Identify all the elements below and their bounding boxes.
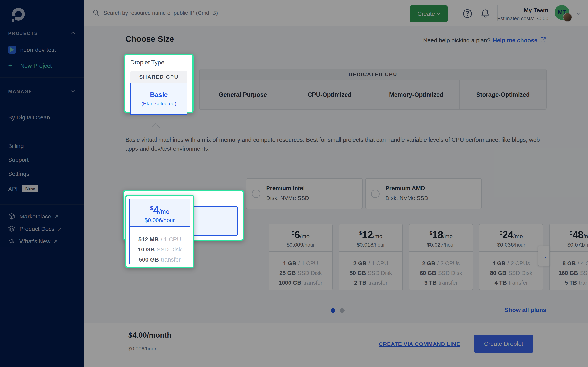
radio-unselected-icon[interactable] [252,190,260,198]
plan-specs: 4 GB/ 2 CPUs 80 GBSSD Disk 4 TBtransfer [479,252,543,288]
new-badge: New [22,185,38,192]
tab-basic-selected[interactable]: Basic (Plan selected) [130,83,187,115]
sidebar-divider [0,132,84,133]
sidebar-divider [0,77,84,78]
plan-description: Basic virtual machines with a mix of mem… [125,135,547,153]
digitalocean-choose-size-screen: PROJECTS neon-dev-test + New Project MAN… [0,0,588,367]
create-button-label: Create [417,10,435,17]
plan-card-18mo[interactable]: $18/mo $0.027/hour 2 GB/ 2 CPUs 60 GBSSD… [409,224,473,290]
sidebar-item-by-digitalocean[interactable]: By DigitalOcean [8,114,50,121]
tab-dedicated-cpu[interactable]: DEDICATED CPU [200,69,546,80]
tab-memory-optimized[interactable]: Memory-Optimized [373,80,460,109]
sidebar-item-billing[interactable]: Billing [8,143,24,149]
help-me-choose-link[interactable]: Help me choose [493,37,537,44]
manage-section-label: MANAGE [8,89,33,94]
plan-specs: 512 MB/ 1 CPU 10 GBSSD Disk 500 GBtransf… [130,227,190,264]
create-via-command-line-link[interactable]: CREATE VIA COMMAND LINE [379,341,460,347]
api-label: API [8,186,17,192]
plan-price-header: $12/mo $0.018/hour [339,224,403,252]
show-all-plans-link[interactable]: Show all plans [505,307,546,314]
page-title: Choose Size [125,34,174,44]
plan-specs: 2 GB/ 2 CPUs 60 GBSSD Disk 3 TBtransfer [409,252,473,288]
plan-price-header: $48/mo $0.071/hour [550,224,588,252]
external-link-icon [540,36,546,44]
notifications-bell-icon[interactable] [480,8,490,19]
carousel-pagination [330,308,345,313]
account-chevron-icon[interactable] [577,11,580,15]
plan-specs: 2 GB/ 1 CPU 50 GBSSD Disk 2 TBtransfer [339,252,403,288]
radio-unselected-icon[interactable] [371,190,380,198]
user-avatar[interactable] [563,13,572,22]
highlight-droplet-type: Droplet Type SHARED CPU Basic (Plan sele… [124,54,194,113]
plan-price-header: $6/mo $0.009/hour [269,224,332,252]
highlight-plan-4mo: $4/mo $0.006/hour 512 MB/ 1 CPU 10 GBSSD… [125,195,194,268]
basic-plan-label: Basic [150,91,168,99]
search-input[interactable] [104,10,317,16]
sidebar-item-project[interactable]: neon-dev-test [20,47,56,53]
dedicated-cpu-options: General Purpose CPU-Optimized Memory-Opt… [200,80,546,109]
project-icon [8,46,16,54]
plan-card-6mo[interactable]: $6/mo $0.009/hour 1 GB/ 1 CPU 25 GBSSD D… [268,224,333,290]
product-docs-label: Product Docs [19,226,54,232]
manage-expand-chevron-icon[interactable] [71,89,75,93]
plan-card-12mo[interactable]: $12/mo $0.018/hour 2 GB/ 1 CPU 50 GBSSD … [339,224,403,290]
selected-tab-caret [152,123,160,132]
cube-icon [8,213,15,221]
help-row: Need help picking a plan? Help me choose [423,36,546,44]
premium-intel-disk: Disk: NVMe SSD [266,195,309,201]
sidebar-item-product-docs[interactable]: Product Docs↗ [8,225,62,234]
search-icon [92,9,100,17]
top-header-bar: Create My Team Estimated costs: $0.00 MT [84,0,588,26]
premium-amd-disk: Disk: NVMe SSD [385,195,428,201]
create-droplet-button[interactable]: Create Droplet [474,335,533,353]
plan-price-header: $24/mo $0.036/hour [479,224,543,252]
pagination-dot-active[interactable] [330,308,335,313]
premium-intel-label: Premium Intel [266,185,305,192]
sidebar-item-new-project[interactable]: New Project [20,63,52,69]
tab-general-purpose[interactable]: General Purpose [200,80,286,109]
projects-section-label: PROJECTS [8,31,38,36]
carousel-next-button[interactable]: → [538,246,550,266]
digitalocean-logo-icon[interactable] [11,8,26,23]
help-icon[interactable] [462,8,473,19]
plan-card-4mo-selected[interactable]: $4/mo $0.006/hour 512 MB/ 1 CPU 10 GBSSD… [129,199,190,264]
sidebar-item-whats-new[interactable]: What's New↗ [8,238,58,246]
tab-cpu-optimized[interactable]: CPU-Optimized [286,80,373,109]
logo-square-small [12,19,14,22]
team-name: My Team [497,7,548,14]
footer-bar: $4.00/month $0.006/hour CREATE VIA COMMA… [84,323,588,367]
droplet-type-label: Droplet Type [130,59,187,66]
plan-price-header: $4/mo $0.006/hour [130,200,190,227]
sidebar: PROJECTS neon-dev-test + New Project MAN… [0,0,84,367]
estimated-costs: Estimated costs: $0.00 [497,16,548,22]
whats-new-label: What's New [19,238,50,244]
external-arrow-icon: ↗ [57,226,62,232]
team-info[interactable]: My Team Estimated costs: $0.00 [497,7,548,22]
tab-storage-optimized[interactable]: Storage-Optimized [460,80,546,109]
plan-card-24mo[interactable]: $24/mo $0.036/hour 4 GB/ 2 CPUs 80 GBSSD… [479,224,543,290]
cpu-option-premium-intel[interactable]: Premium Intel Disk: NVMe SSD [246,178,363,209]
plan-card-48mo[interactable]: $48/mo $0.071/hour 8 GB/ 4 CPUs 160 GBSS… [549,224,588,290]
marketplace-label: Marketplace [19,213,51,220]
sidebar-item-api[interactable]: APINew [8,185,38,193]
plan-selected-status: (Plan selected) [141,101,176,107]
chevron-down-icon [437,12,441,15]
sidebar-divider [0,104,84,104]
right-arrow-icon: → [540,252,548,260]
section-divider [125,128,546,128]
create-button[interactable]: Create [410,5,448,22]
sidebar-item-marketplace[interactable]: Marketplace↗ [8,213,59,221]
sidebar-item-settings[interactable]: Settings [8,170,29,177]
premium-amd-label: Premium AMD [385,185,425,192]
external-arrow-icon: ↗ [53,238,58,244]
plan-price-header: $18/mo $0.027/hour [409,224,473,252]
monthly-total: $4.00/month [128,331,172,339]
cpu-option-premium-amd[interactable]: Premium AMD Disk: NVMe SSD [365,178,482,209]
sidebar-item-support[interactable]: Support [8,157,29,163]
pagination-dot[interactable] [340,308,345,313]
projects-collapse-chevron-icon[interactable] [71,32,75,35]
tab-shared-cpu[interactable]: SHARED CPU [130,71,187,83]
hourly-total: $0.006/hour [128,346,156,352]
dedicated-cpu-tabs: DEDICATED CPU General Purpose CPU-Optimi… [199,68,547,110]
plus-icon[interactable]: + [8,61,12,69]
